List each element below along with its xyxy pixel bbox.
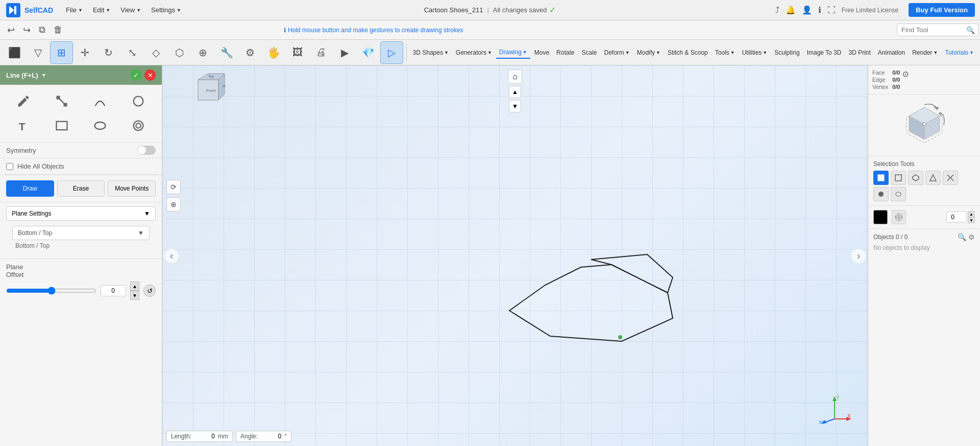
ellipse-tool[interactable] [83,115,117,136]
toolbar-drawing[interactable]: Drawing ▼ [496,46,530,59]
toolbar-deform[interactable]: Deform ▼ [601,47,632,58]
offset-slider[interactable] [6,287,96,295]
line-tool[interactable] [44,91,79,111]
drawing-tool[interactable]: ⊞ [50,41,72,64]
canvas-zoom-button[interactable]: ⊕ [166,197,181,212]
rotate-tool[interactable]: ↻ [97,41,120,64]
angle-input[interactable] [261,433,281,440]
toolbar-generators[interactable]: Generators ▼ [453,47,495,58]
offset-input[interactable] [101,285,126,296]
panel-close-button[interactable]: ✕ [144,69,156,81]
canvas-rotate-button[interactable]: ⟳ [166,180,181,194]
objects-settings-button[interactable]: ⚙ [968,233,975,241]
3d-shapes-tool[interactable]: ⬛ [3,41,26,64]
tutorials-tool[interactable]: ▷ [380,41,403,64]
notification-icon[interactable]: 🔔 [786,5,796,15]
buy-full-version-button[interactable]: Buy Full Version [909,3,975,17]
offset-reset-button[interactable]: ↺ [143,285,156,297]
canvas-up-button[interactable]: ▲ [509,86,521,98]
circle-tool[interactable] [121,91,156,111]
select-point-button[interactable] [943,171,958,185]
render-tool[interactable]: 💎 [357,41,379,64]
copy-button[interactable]: ⧉ [37,22,47,37]
select-edge-button[interactable] [908,171,923,185]
toolbar-sculpting[interactable]: Sculpting [771,47,802,58]
rectangle-tool[interactable] [44,115,79,136]
menu-view[interactable]: View ▼ [115,6,146,14]
objects-search-button[interactable]: 🔍 [958,233,966,241]
view-cube[interactable]: Front Top R [188,69,229,112]
3d-print-tool[interactable]: 🖨 [310,41,332,64]
symmetry-toggle[interactable] [137,146,156,155]
find-tool-search-icon[interactable]: 🔍 [966,26,975,34]
offset-decrement-button[interactable]: ▼ [130,291,139,300]
select-face-button[interactable] [873,171,889,185]
panel-ok-button[interactable]: ✓ [130,69,141,81]
tools-tool[interactable]: 🔧 [215,41,238,64]
undo-button[interactable]: ↩ [5,22,17,38]
delete-button[interactable]: 🗑 [52,22,65,37]
draw-mode-button[interactable]: Draw [6,180,54,197]
toolbar-animation[interactable]: Animation [875,47,908,58]
offset-increment-button[interactable]: ▲ [130,281,139,291]
ring-tool[interactable] [121,115,156,136]
move-tool[interactable]: ✛ [74,41,96,64]
generators-tool[interactable]: ▽ [27,41,49,64]
canvas-area[interactable]: ‹ › ⌂ ▲ ▼ ⟳ ⊕ Front Top [162,65,868,446]
sculpting-tool[interactable]: 🖐 [262,41,285,64]
user-icon[interactable]: 👤 [802,5,812,15]
hide-all-objects-checkbox[interactable] [6,163,13,170]
select-vertex-button[interactable] [925,171,941,185]
menu-edit[interactable]: Edit ▼ [88,6,115,14]
select-paint-button[interactable] [873,187,889,201]
toolbar-scale[interactable]: Scale [578,47,600,58]
modify-tool[interactable]: ⬡ [168,41,191,64]
toolbar-image-to-3d[interactable]: Image To 3D [804,47,845,58]
toolbar-rotate[interactable]: Rotate [553,47,577,58]
right-panel-settings-button[interactable]: ⚙ [902,69,909,90]
toolbar-utilities[interactable]: Utilities ▼ [739,47,771,58]
select-box-button[interactable] [891,171,906,185]
scale-tool[interactable]: ⤡ [121,41,143,64]
toolbar-modify[interactable]: Modify ▼ [634,47,664,58]
toolbar-tools[interactable]: Tools ▼ [712,47,738,58]
menu-settings[interactable]: Settings ▼ [146,6,186,14]
fullscreen-icon[interactable]: ⛶ [827,6,836,15]
canvas-down-button[interactable]: ▼ [509,100,521,112]
material-sphere-button[interactable] [892,210,906,224]
toolbar-3d-print[interactable]: 3D Print [845,47,873,58]
redo-button[interactable]: ↪ [21,22,33,38]
material-increment-button[interactable]: ▲ [968,211,975,217]
toolbar-3d-shapes[interactable]: 3D Shapes ▼ [410,47,452,58]
canvas-home-button[interactable]: ⌂ [508,69,522,84]
plane-settings-dropdown[interactable]: Plane Settings ▼ [6,206,156,221]
select-lasso-button[interactable] [891,187,906,201]
stitch-scoop-tool[interactable]: ⊕ [192,41,214,64]
color-swatch[interactable] [873,210,888,224]
image-to-3d-tool[interactable]: 🖼 [286,41,309,64]
utilities-tool[interactable]: ⚙ [239,41,261,64]
nav-right-button[interactable]: › [851,249,866,263]
nav-left-button[interactable]: ‹ [164,249,179,263]
material-number-input[interactable] [946,212,967,223]
license-text: Free Limited License [842,7,898,14]
bottom-top-dropdown[interactable]: Bottom / Top ▼ [12,226,150,240]
text-tool[interactable]: T [6,115,40,136]
info-icon[interactable]: ℹ [818,5,821,15]
deform-tool[interactable]: ◇ [144,41,167,64]
move-points-mode-button[interactable]: Move Points [108,180,156,197]
toolbar-tutorials[interactable]: Tutorials ▼ [942,47,977,58]
toolbar-move[interactable]: Move [531,47,552,58]
animation-tool[interactable]: ▶ [333,41,356,64]
erase-mode-button[interactable]: Erase [57,180,105,197]
pencil-tool[interactable] [6,91,40,111]
material-decrement-button[interactable]: ▼ [968,217,975,223]
share-icon[interactable]: ⤴ [775,6,779,15]
curve-tool[interactable] [83,91,117,111]
toolbar-stitch-scoop[interactable]: Stitch & Scoop [665,47,711,58]
logo[interactable]: SelfCAD [5,2,53,18]
plane-offset-section: Plane Offset ▲ ▼ ↺ [0,259,162,304]
menu-file[interactable]: File ▼ [61,6,88,14]
length-input[interactable] [194,433,215,440]
toolbar-render[interactable]: Render ▼ [909,47,941,58]
